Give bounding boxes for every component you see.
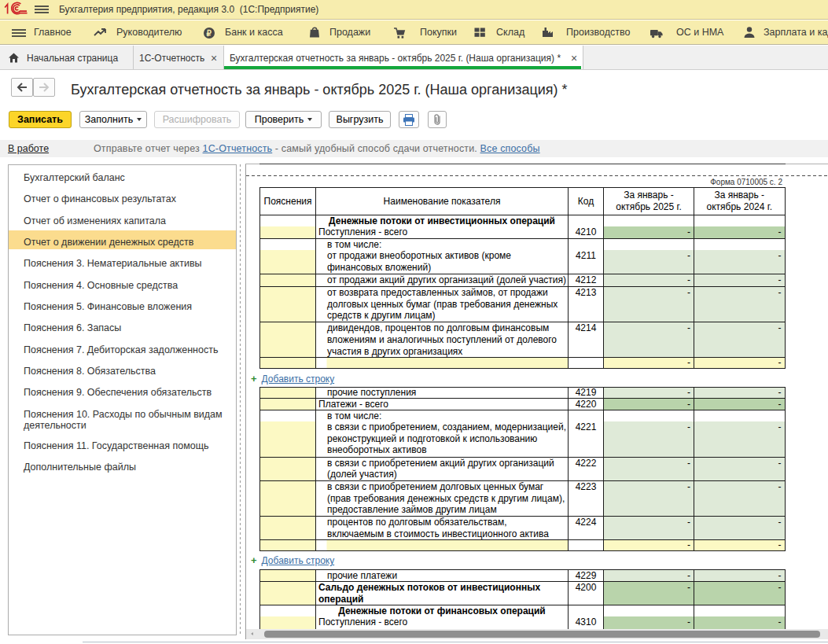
svg-text:₽: ₽: [207, 29, 212, 38]
